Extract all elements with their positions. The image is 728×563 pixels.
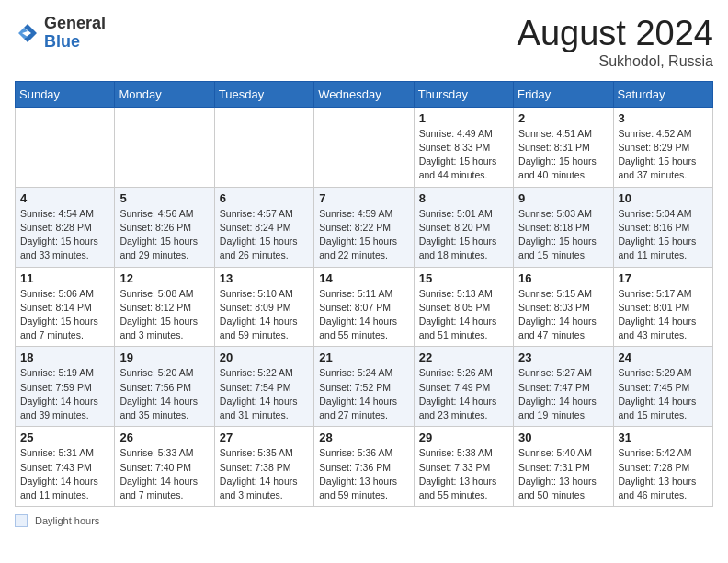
day-info: Sunrise: 5:03 AM Sunset: 8:18 PM Dayligh… [518,207,608,263]
day-info: Sunrise: 5:40 AM Sunset: 7:31 PM Dayligh… [518,446,608,502]
day-number: 17 [619,271,708,285]
day-number: 8 [419,191,508,205]
calendar-cell: 17Sunrise: 5:17 AM Sunset: 8:01 PM Dayli… [613,267,712,347]
day-number: 3 [619,111,708,125]
calendar-cell: 28Sunrise: 5:36 AM Sunset: 7:36 PM Dayli… [314,427,414,507]
calendar-cell: 21Sunrise: 5:24 AM Sunset: 7:52 PM Dayli… [314,347,414,427]
day-number: 18 [20,350,109,364]
calendar-cell: 2Sunrise: 4:51 AM Sunset: 8:31 PM Daylig… [514,107,613,187]
logo-icon [15,20,40,46]
day-number: 27 [220,431,309,444]
daylight-label: Daylight hours [35,515,99,526]
day-info: Sunrise: 5:20 AM Sunset: 7:56 PM Dayligh… [119,366,209,422]
calendar-cell: 15Sunrise: 5:13 AM Sunset: 8:05 PM Dayli… [414,267,513,347]
title-block: August 2024 Sukhodol, Russia [518,15,713,70]
calendar-cell: 26Sunrise: 5:33 AM Sunset: 7:40 PM Dayli… [115,427,214,507]
calendar-cell: 23Sunrise: 5:27 AM Sunset: 7:47 PM Dayli… [514,347,613,427]
day-info: Sunrise: 5:11 AM Sunset: 8:07 PM Dayligh… [319,287,408,343]
daylight-legend-box [15,514,28,527]
day-info: Sunrise: 5:19 AM Sunset: 7:59 PM Dayligh… [20,366,109,422]
day-info: Sunrise: 5:10 AM Sunset: 8:09 PM Dayligh… [220,287,309,343]
day-info: Sunrise: 5:27 AM Sunset: 7:47 PM Dayligh… [518,366,608,422]
day-info: Sunrise: 5:38 AM Sunset: 7:33 PM Dayligh… [419,446,508,502]
day-info: Sunrise: 5:36 AM Sunset: 7:36 PM Dayligh… [319,446,408,502]
calendar-cell: 24Sunrise: 5:29 AM Sunset: 7:45 PM Dayli… [613,347,712,427]
calendar-cell: 7Sunrise: 4:59 AM Sunset: 8:22 PM Daylig… [314,187,414,267]
day-info: Sunrise: 5:13 AM Sunset: 8:05 PM Dayligh… [419,287,508,343]
day-number: 20 [220,350,309,364]
day-info: Sunrise: 5:24 AM Sunset: 7:52 PM Dayligh… [319,366,408,422]
day-info: Sunrise: 5:17 AM Sunset: 8:01 PM Dayligh… [619,287,708,343]
day-header-tuesday: Tuesday [214,81,313,107]
calendar-cell: 6Sunrise: 4:57 AM Sunset: 8:24 PM Daylig… [214,187,313,267]
day-number: 21 [319,350,408,364]
day-number: 7 [319,191,408,205]
calendar-cell: 30Sunrise: 5:40 AM Sunset: 7:31 PM Dayli… [514,427,613,507]
calendar-cell: 25Sunrise: 5:31 AM Sunset: 7:43 PM Dayli… [16,427,115,507]
day-info: Sunrise: 5:04 AM Sunset: 8:16 PM Dayligh… [619,207,708,263]
day-number: 10 [619,191,708,205]
day-number: 5 [119,191,209,205]
calendar-cell: 9Sunrise: 5:03 AM Sunset: 8:18 PM Daylig… [514,187,613,267]
day-info: Sunrise: 4:54 AM Sunset: 8:28 PM Dayligh… [20,207,109,263]
day-number: 6 [220,191,309,205]
day-number: 24 [619,350,708,364]
day-number: 30 [518,431,608,444]
calendar-week-row: 1Sunrise: 4:49 AM Sunset: 8:33 PM Daylig… [16,107,713,187]
calendar-table: SundayMondayTuesdayWednesdayThursdayFrid… [15,81,713,507]
calendar-cell: 8Sunrise: 5:01 AM Sunset: 8:20 PM Daylig… [414,187,513,267]
day-number: 22 [419,350,508,364]
day-info: Sunrise: 5:42 AM Sunset: 7:28 PM Dayligh… [619,446,708,502]
day-number: 28 [319,431,408,444]
calendar-cell [314,107,414,187]
day-info: Sunrise: 5:22 AM Sunset: 7:54 PM Dayligh… [220,366,309,422]
calendar-cell: 20Sunrise: 5:22 AM Sunset: 7:54 PM Dayli… [214,347,313,427]
day-number: 16 [518,271,608,285]
day-number: 23 [518,350,608,364]
month-title: August 2024 [518,15,713,53]
calendar-week-row: 18Sunrise: 5:19 AM Sunset: 7:59 PM Dayli… [16,347,713,427]
day-number: 9 [518,191,608,205]
calendar-cell [214,107,313,187]
day-number: 2 [518,111,608,125]
location-subtitle: Sukhodol, Russia [518,53,713,70]
day-header-monday: Monday [115,81,214,107]
day-info: Sunrise: 5:15 AM Sunset: 8:03 PM Dayligh… [518,287,608,343]
day-header-saturday: Saturday [613,81,712,107]
calendar-cell [16,107,115,187]
day-info: Sunrise: 5:26 AM Sunset: 7:49 PM Dayligh… [419,366,508,422]
day-number: 25 [20,431,109,444]
day-number: 4 [20,191,109,205]
calendar-cell: 22Sunrise: 5:26 AM Sunset: 7:49 PM Dayli… [414,347,513,427]
day-header-wednesday: Wednesday [314,81,414,107]
calendar-cell: 4Sunrise: 4:54 AM Sunset: 8:28 PM Daylig… [16,187,115,267]
calendar-cell: 1Sunrise: 4:49 AM Sunset: 8:33 PM Daylig… [414,107,513,187]
day-info: Sunrise: 4:59 AM Sunset: 8:22 PM Dayligh… [319,207,408,263]
day-header-friday: Friday [514,81,613,107]
day-number: 29 [419,431,508,444]
calendar-cell: 27Sunrise: 5:35 AM Sunset: 7:38 PM Dayli… [214,427,313,507]
logo-text: General Blue [44,15,106,52]
day-info: Sunrise: 5:31 AM Sunset: 7:43 PM Dayligh… [20,446,109,502]
day-number: 31 [619,431,708,444]
day-number: 26 [119,431,209,444]
calendar-cell [115,107,214,187]
day-number: 19 [119,350,209,364]
calendar-week-row: 11Sunrise: 5:06 AM Sunset: 8:14 PM Dayli… [16,267,713,347]
calendar-cell: 19Sunrise: 5:20 AM Sunset: 7:56 PM Dayli… [115,347,214,427]
day-number: 15 [419,271,508,285]
day-info: Sunrise: 5:06 AM Sunset: 8:14 PM Dayligh… [20,287,109,343]
day-header-thursday: Thursday [414,81,513,107]
logo: General Blue [15,15,106,52]
page-header: General Blue August 2024 Sukhodol, Russi… [15,15,713,70]
day-info: Sunrise: 4:57 AM Sunset: 8:24 PM Dayligh… [220,207,309,263]
day-info: Sunrise: 5:29 AM Sunset: 7:45 PM Dayligh… [619,366,708,422]
day-info: Sunrise: 5:01 AM Sunset: 8:20 PM Dayligh… [419,207,508,263]
footer: Daylight hours [15,514,713,527]
calendar-cell: 18Sunrise: 5:19 AM Sunset: 7:59 PM Dayli… [16,347,115,427]
calendar-cell: 16Sunrise: 5:15 AM Sunset: 8:03 PM Dayli… [514,267,613,347]
day-number: 14 [319,271,408,285]
day-info: Sunrise: 5:08 AM Sunset: 8:12 PM Dayligh… [119,287,209,343]
calendar-week-row: 25Sunrise: 5:31 AM Sunset: 7:43 PM Dayli… [16,427,713,507]
calendar-cell: 14Sunrise: 5:11 AM Sunset: 8:07 PM Dayli… [314,267,414,347]
